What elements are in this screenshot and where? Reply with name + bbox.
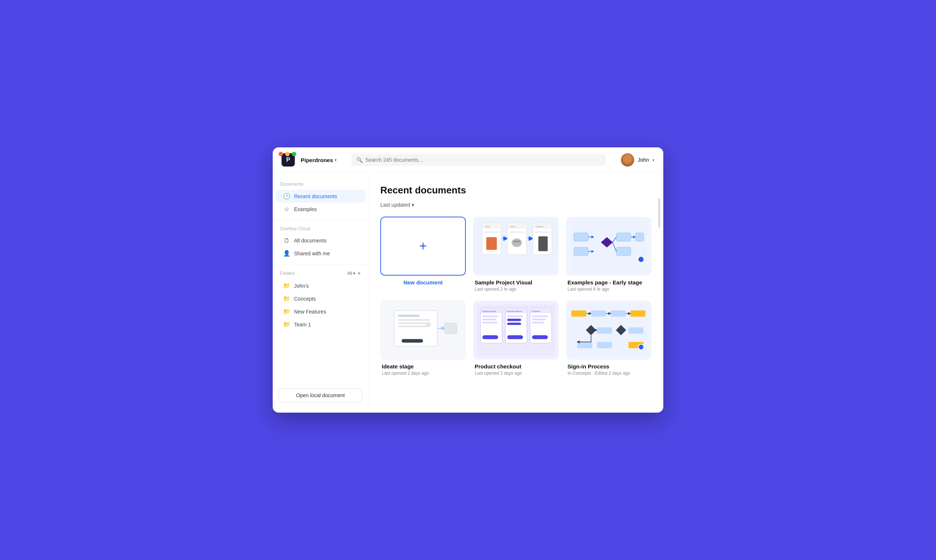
signin-info: Sign-in Process In Concepts · Edited 2 d… bbox=[566, 360, 651, 377]
svg-rect-58 bbox=[591, 311, 606, 317]
sidebar-item-new-features[interactable]: 📁 New Features bbox=[276, 305, 365, 318]
star-icon: ☆ bbox=[283, 206, 290, 212]
sample-project-title: Sample Project Visual bbox=[475, 279, 557, 286]
svg-rect-30 bbox=[398, 325, 428, 327]
sidebar-team-label: Team 1 bbox=[294, 322, 311, 328]
svg-rect-27 bbox=[398, 315, 419, 317]
new-document-thumbnail: + bbox=[380, 217, 466, 275]
scrollbar[interactable] bbox=[658, 198, 660, 228]
svg-rect-9 bbox=[510, 231, 524, 233]
svg-rect-22 bbox=[616, 247, 631, 256]
documents-grid: + New document bbox=[380, 217, 651, 377]
svg-rect-18 bbox=[574, 233, 588, 241]
ideate-thumbnail bbox=[380, 301, 466, 360]
content-area: Documents 🕐 Recent documents ☆ Examples … bbox=[273, 173, 663, 412]
ideate-meta: Last opened 2 days ago bbox=[382, 371, 464, 376]
header: P Piperdrones ▾ 🔍 John ▾ bbox=[273, 148, 663, 173]
workspace-name-button[interactable]: Piperdrones ▾ bbox=[301, 157, 336, 163]
add-folder-button[interactable]: + bbox=[357, 271, 361, 276]
ideate-title: Ideate stage bbox=[382, 363, 464, 369]
maximize-button[interactable] bbox=[292, 152, 296, 156]
svg-rect-39 bbox=[482, 319, 496, 320]
new-document-card[interactable]: + New document bbox=[380, 217, 466, 293]
folder-icon: 📁 bbox=[283, 308, 290, 315]
sidebar: Documents 🕐 Recent documents ☆ Examples … bbox=[273, 174, 368, 412]
sidebar-item-johns[interactable]: 📁 John's bbox=[276, 279, 365, 292]
sidebar-johns-label: John's bbox=[294, 283, 309, 289]
examples-early-title: Examples page - Early stage bbox=[568, 279, 650, 286]
sidebar-item-examples[interactable]: ☆ Examples bbox=[276, 203, 365, 215]
cloud-section-label: Oveflow Cloud bbox=[273, 225, 368, 234]
folders-controls: All ▾ + bbox=[347, 271, 361, 276]
svg-rect-32 bbox=[445, 323, 457, 334]
user-chevron-icon: ▾ bbox=[653, 158, 654, 162]
search-bar[interactable]: 🔍 bbox=[351, 154, 606, 166]
chevron-down-icon: ▾ bbox=[335, 158, 336, 162]
user-menu[interactable]: John ▾ bbox=[621, 153, 654, 166]
svg-rect-40 bbox=[482, 322, 497, 323]
sidebar-recent-documents-label: Recent documents bbox=[294, 194, 337, 199]
filter-chevron-icon: ▾ bbox=[412, 202, 414, 208]
sidebar-item-all-documents[interactable]: 🗋 All documents bbox=[276, 234, 365, 247]
sidebar-item-team[interactable]: 📁 Team 1 bbox=[276, 318, 365, 331]
svg-rect-59 bbox=[611, 311, 626, 317]
folder-icon: 📁 bbox=[283, 321, 290, 328]
avatar bbox=[621, 153, 634, 166]
examples-early-thumbnail bbox=[566, 217, 651, 275]
search-icon: 🔍 bbox=[356, 157, 363, 163]
svg-text:Fashion: Fashion bbox=[536, 226, 543, 228]
svg-rect-38 bbox=[482, 315, 498, 317]
main-content: Recent documents Last updated ▾ + New do… bbox=[368, 174, 663, 412]
checkout-title: Product checkout bbox=[475, 363, 557, 369]
page-title: Recent documents bbox=[380, 185, 651, 196]
doc-card-sample-project[interactable]: Shop Shop bbox=[473, 217, 559, 293]
folder-icon: 📁 bbox=[283, 282, 290, 289]
examples-early-meta: Last opened 8 hr ago bbox=[568, 287, 650, 292]
svg-rect-47 bbox=[507, 323, 521, 325]
svg-text:Shop: Shop bbox=[510, 226, 515, 228]
checkout-info: Product checkout Last opened 2 days ago bbox=[473, 360, 559, 377]
doc-card-checkout[interactable]: Shipping Details Payment Method bbox=[473, 301, 559, 377]
svg-point-24 bbox=[638, 257, 644, 262]
checkout-thumbnail: Shipping Details Payment Method bbox=[473, 301, 559, 360]
sample-project-info: Sample Project Visual Last opened 2 hr a… bbox=[473, 275, 559, 293]
svg-rect-45 bbox=[507, 315, 523, 317]
clock-icon: 🕐 bbox=[283, 193, 290, 200]
svg-rect-16 bbox=[538, 237, 548, 251]
svg-rect-64 bbox=[629, 328, 644, 334]
svg-rect-63 bbox=[597, 328, 612, 334]
doc-card-examples-early[interactable]: Examples page - Early stage Last opened … bbox=[566, 217, 651, 293]
search-input[interactable] bbox=[366, 157, 601, 163]
app-window: P Piperdrones ▾ 🔍 John ▾ Documents 🕐 Rec… bbox=[273, 148, 663, 412]
sidebar-concepts-label: Concepts bbox=[294, 296, 316, 302]
svg-rect-29 bbox=[398, 322, 427, 324]
svg-rect-4 bbox=[484, 231, 499, 233]
sidebar-item-recent-documents[interactable]: 🕐 Recent documents bbox=[276, 190, 365, 203]
documents-icon: 🗋 bbox=[283, 237, 290, 244]
sample-project-thumbnail: Shop Shop bbox=[473, 217, 559, 275]
svg-rect-55 bbox=[532, 335, 548, 339]
examples-early-info: Examples page - Early stage Last opened … bbox=[566, 275, 651, 293]
svg-point-10 bbox=[512, 238, 522, 247]
plus-icon: + bbox=[419, 240, 427, 253]
doc-card-ideate[interactable]: Ideate stage Last opened 2 days ago bbox=[380, 301, 466, 377]
sidebar-item-concepts[interactable]: 📁 Concepts bbox=[276, 292, 365, 305]
sidebar-item-shared-with-me[interactable]: 👤 Shared with me bbox=[276, 247, 365, 260]
folder-filter-button[interactable]: All ▾ bbox=[347, 271, 355, 276]
doc-card-signin[interactable]: Sign-in Process In Concepts · Edited 2 d… bbox=[566, 301, 651, 377]
filter-label-button[interactable]: Last updated ▾ bbox=[380, 202, 414, 208]
sample-project-meta: Last opened 2 hr ago bbox=[475, 287, 557, 292]
close-button[interactable] bbox=[279, 152, 283, 156]
svg-rect-5 bbox=[486, 237, 497, 250]
svg-rect-52 bbox=[532, 315, 548, 317]
svg-rect-19 bbox=[574, 247, 588, 256]
svg-rect-33 bbox=[402, 339, 423, 343]
ideate-info: Ideate stage Last opened 2 days ago bbox=[380, 360, 466, 377]
documents-section-label: Documents bbox=[273, 180, 368, 190]
minimize-button[interactable] bbox=[285, 152, 289, 156]
open-local-button[interactable]: Open local document bbox=[279, 388, 362, 402]
svg-rect-11 bbox=[513, 241, 520, 242]
svg-text:Shop: Shop bbox=[485, 226, 490, 228]
shared-icon: 👤 bbox=[283, 250, 290, 257]
svg-rect-54 bbox=[532, 322, 544, 323]
